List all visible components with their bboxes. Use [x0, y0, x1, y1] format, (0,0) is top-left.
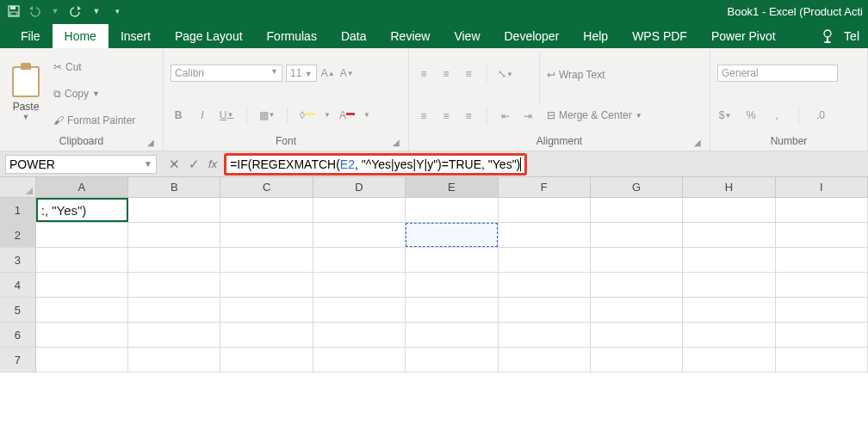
- wrap-text-button[interactable]: ↩ Wrap Text: [543, 67, 646, 83]
- italic-button[interactable]: I: [195, 108, 210, 123]
- redo-dropdown-icon[interactable]: ▼: [90, 4, 103, 18]
- cell-b2[interactable]: [128, 223, 220, 247]
- col-header-b[interactable]: B: [128, 177, 220, 197]
- comma-format-icon[interactable]: ,: [769, 108, 784, 123]
- cell-i2[interactable]: [776, 223, 868, 247]
- font-color-button[interactable]: A: [339, 108, 355, 123]
- cell-e2[interactable]: [406, 223, 498, 247]
- cell-i6[interactable]: [776, 323, 868, 347]
- cell-a2[interactable]: [36, 223, 128, 247]
- percent-format-icon[interactable]: %: [743, 108, 759, 123]
- tab-insert[interactable]: Insert: [108, 24, 163, 48]
- decrease-font-icon[interactable]: A▼: [339, 65, 355, 81]
- cell-e3[interactable]: [406, 248, 498, 272]
- row-header-7[interactable]: 7: [0, 348, 36, 372]
- cell-d7[interactable]: [313, 348, 406, 372]
- tab-formulas[interactable]: Formulas: [255, 24, 329, 48]
- tell-me-label[interactable]: Tel: [844, 29, 859, 43]
- cell-b5[interactable]: [128, 298, 220, 322]
- orientation-icon[interactable]: ⤡ ▼: [498, 66, 513, 82]
- tab-view[interactable]: View: [442, 24, 492, 48]
- cell-g2[interactable]: [591, 223, 683, 247]
- col-header-f[interactable]: F: [499, 177, 591, 197]
- cell-f4[interactable]: [499, 273, 591, 297]
- font-color-dropdown-icon[interactable]: ▼: [363, 111, 370, 119]
- row-header-2[interactable]: 2: [0, 223, 36, 247]
- save-icon[interactable]: [7, 4, 21, 18]
- formula-input[interactable]: =IF(REGEXMATCH(E2, "^Yes|yes|Y|y")=TRUE,…: [224, 153, 527, 175]
- cell-b4[interactable]: [128, 273, 220, 297]
- tab-page-layout[interactable]: Page Layout: [163, 24, 255, 48]
- increase-font-icon[interactable]: A▲: [320, 65, 336, 81]
- format-painter-button[interactable]: 🖌 Format Painter: [50, 113, 139, 128]
- tab-home[interactable]: Home: [53, 24, 108, 48]
- enter-formula-icon[interactable]: ✓: [189, 157, 200, 172]
- col-header-c[interactable]: C: [220, 177, 313, 197]
- cell-e1[interactable]: [406, 198, 498, 222]
- row-header-1[interactable]: 1: [0, 198, 36, 222]
- tab-developer[interactable]: Developer: [493, 24, 572, 48]
- tab-help[interactable]: Help: [571, 24, 620, 48]
- cell-c2[interactable]: [220, 223, 313, 247]
- col-header-d[interactable]: D: [313, 177, 406, 197]
- cell-d3[interactable]: [313, 248, 406, 272]
- increase-indent-icon[interactable]: ⇥: [520, 108, 536, 124]
- cell-b7[interactable]: [128, 348, 220, 372]
- cell-a7[interactable]: [36, 348, 128, 372]
- borders-button[interactable]: ▦ ▼: [259, 108, 275, 123]
- align-top-icon[interactable]: ≡: [416, 66, 431, 82]
- cell-c5[interactable]: [220, 298, 313, 322]
- col-header-g[interactable]: G: [591, 177, 683, 197]
- bold-button[interactable]: B: [170, 108, 186, 123]
- accounting-format-icon[interactable]: $ ▼: [717, 108, 733, 123]
- qat-customize-icon[interactable]: ▾: [110, 4, 124, 18]
- cell-i1[interactable]: [776, 198, 868, 222]
- name-box[interactable]: POWER ▼: [5, 155, 157, 174]
- align-right-icon[interactable]: ≡: [461, 108, 476, 124]
- cell-c7[interactable]: [220, 348, 313, 372]
- cell-i5[interactable]: [776, 298, 868, 322]
- redo-icon[interactable]: [69, 4, 83, 18]
- cell-d5[interactable]: [313, 298, 406, 322]
- undo-icon[interactable]: [28, 4, 41, 18]
- cell-b1[interactable]: [128, 198, 220, 222]
- cell-e7[interactable]: [406, 348, 498, 372]
- align-left-icon[interactable]: ≡: [416, 108, 431, 124]
- cell-a5[interactable]: [36, 298, 128, 322]
- copy-button[interactable]: ⧉ Copy ▼: [50, 86, 139, 102]
- cell-d1[interactable]: [313, 198, 406, 222]
- tab-wps-pdf[interactable]: WPS PDF: [620, 24, 699, 48]
- merge-center-button[interactable]: ⊟ Merge & Center ▼: [543, 108, 646, 123]
- cell-d6[interactable]: [313, 323, 406, 347]
- fx-icon[interactable]: fx: [208, 157, 217, 170]
- name-box-dropdown-icon[interactable]: ▼: [144, 159, 152, 169]
- align-middle-icon[interactable]: ≡: [438, 66, 454, 82]
- cell-i4[interactable]: [776, 273, 868, 297]
- fill-color-dropdown-icon[interactable]: ▼: [324, 111, 331, 119]
- cell-a6[interactable]: [36, 323, 128, 347]
- cancel-formula-icon[interactable]: ✕: [169, 157, 180, 172]
- tab-power-pivot[interactable]: Power Pivot: [699, 24, 788, 48]
- number-format-dropdown[interactable]: General: [717, 65, 838, 82]
- cell-i7[interactable]: [776, 348, 868, 372]
- row-header-6[interactable]: 6: [0, 323, 36, 347]
- col-header-e[interactable]: E: [406, 177, 498, 197]
- tab-file[interactable]: File: [9, 24, 53, 48]
- cell-d4[interactable]: [313, 273, 406, 297]
- cell-i3[interactable]: [776, 248, 868, 272]
- cell-a3[interactable]: [36, 248, 128, 272]
- cell-e5[interactable]: [406, 298, 498, 322]
- cut-button[interactable]: ✂ Cut: [50, 59, 139, 75]
- col-header-i[interactable]: I: [776, 177, 868, 197]
- cell-e4[interactable]: [406, 273, 498, 297]
- tab-data[interactable]: Data: [329, 24, 379, 48]
- increase-decimal-icon[interactable]: .0: [813, 108, 828, 123]
- col-header-h[interactable]: H: [683, 177, 775, 197]
- tab-review[interactable]: Review: [379, 24, 443, 48]
- paste-button[interactable]: Paste ▼: [7, 53, 45, 133]
- tell-me-icon[interactable]: [822, 29, 835, 43]
- fill-color-button[interactable]: ◊: [300, 108, 315, 123]
- cell-g7[interactable]: [591, 348, 683, 372]
- cell-b6[interactable]: [128, 323, 220, 347]
- cell-c4[interactable]: [220, 273, 313, 297]
